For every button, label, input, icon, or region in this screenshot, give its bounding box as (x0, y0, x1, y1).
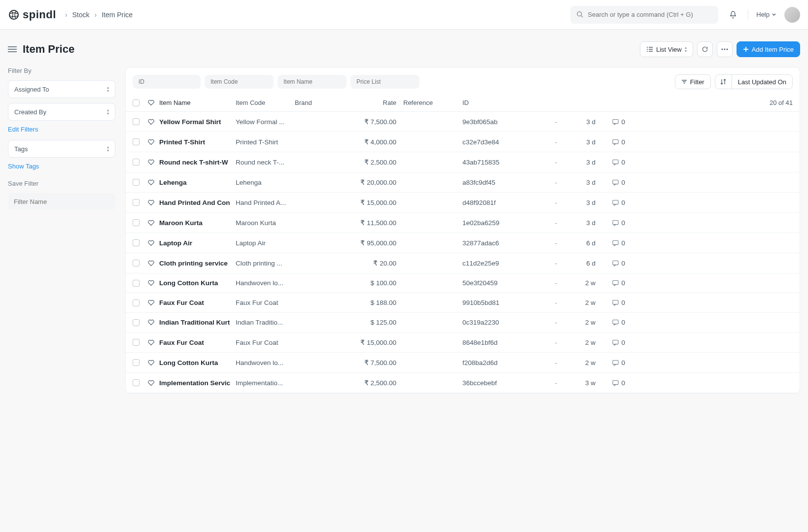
row-comments[interactable]: 0 (596, 118, 625, 126)
filter-item-name-input[interactable] (278, 75, 347, 89)
list-row[interactable]: Cloth printing service Cloth printing ..… (126, 253, 800, 273)
filter-item-code-input[interactable] (205, 75, 274, 89)
like-button[interactable] (147, 239, 159, 247)
list-row[interactable]: Indian Traditional Kurt Indian Traditio.… (126, 313, 800, 332)
row-item-name[interactable]: Round neck T-shirt-W (159, 159, 236, 166)
search-box[interactable] (570, 6, 718, 24)
tags-select[interactable]: Tags ▴▾ (8, 140, 115, 158)
row-comments[interactable]: 0 (596, 219, 625, 227)
like-button[interactable] (147, 199, 159, 206)
select-all-checkbox[interactable] (133, 100, 140, 106)
row-checkbox[interactable] (133, 138, 140, 145)
row-checkbox[interactable] (133, 339, 140, 346)
sort-field-button[interactable]: Last Updated On (732, 78, 792, 86)
row-checkbox[interactable] (133, 159, 140, 166)
like-column-header[interactable] (147, 99, 159, 106)
row-comments[interactable]: 0 (596, 179, 625, 186)
refresh-button[interactable] (697, 41, 713, 57)
row-comments[interactable]: 0 (596, 319, 625, 326)
filter-price-list-input[interactable] (351, 75, 420, 89)
view-switcher[interactable]: List View ▴▾ (640, 41, 693, 57)
like-button[interactable] (147, 138, 159, 146)
like-button[interactable] (147, 219, 159, 227)
row-item-name[interactable]: Lehenga (159, 179, 236, 186)
row-item-name[interactable]: Implementation Servic (159, 379, 236, 387)
breadcrumb-parent[interactable]: Stock (72, 11, 89, 19)
filter-name-input[interactable] (8, 193, 115, 210)
row-item-name[interactable]: Printed T-Shirt (159, 138, 236, 146)
like-button[interactable] (147, 279, 159, 287)
list-row[interactable]: Maroon Kurta Maroon Kurta ₹ 11,500.00 1e… (126, 213, 800, 233)
list-row[interactable]: Implementation Servic Implementatio... ₹… (126, 373, 800, 393)
row-comments[interactable]: 0 (596, 279, 625, 287)
row-comments[interactable]: 0 (596, 260, 625, 267)
list-row[interactable]: Lehenga Lehenga ₹ 20,000.00 a83fc9df45 -… (126, 172, 800, 193)
row-item-name[interactable]: Faux Fur Coat (159, 299, 236, 306)
list-row[interactable]: Printed T-Shirt Printed T-Shirt ₹ 4,000.… (126, 132, 800, 152)
like-button[interactable] (147, 118, 159, 126)
logo[interactable]: spindl (8, 8, 56, 21)
row-comments[interactable]: 0 (596, 299, 625, 306)
row-comments[interactable]: 0 (596, 138, 625, 146)
row-checkbox[interactable] (133, 299, 140, 306)
row-checkbox[interactable] (133, 179, 140, 186)
row-item-name[interactable]: Long Cotton Kurta (159, 359, 236, 366)
list-row[interactable]: Yellow Formal Shirt Yellow Formal ... ₹ … (126, 112, 800, 132)
list-row[interactable]: Hand Printed And Con Hand Printed A... ₹… (126, 193, 800, 213)
row-item-name[interactable]: Long Cotton Kurta (159, 279, 236, 287)
row-comments[interactable]: 0 (596, 359, 625, 366)
col-reference[interactable]: Reference (403, 99, 462, 106)
col-item-name[interactable]: Item Name (159, 99, 236, 106)
row-item-name[interactable]: Cloth printing service (159, 260, 236, 267)
row-comments[interactable]: 0 (596, 239, 625, 247)
col-rate[interactable]: Rate (344, 99, 403, 106)
row-item-name[interactable]: Faux Fur Coat (159, 339, 236, 346)
row-checkbox[interactable] (133, 118, 140, 125)
row-item-name[interactable]: Yellow Formal Shirt (159, 118, 236, 126)
list-row[interactable]: Faux Fur Coat Faux Fur Coat ₹ 15,000.00 … (126, 332, 800, 353)
row-item-name[interactable]: Maroon Kurta (159, 219, 236, 227)
row-checkbox[interactable] (133, 379, 140, 386)
list-row[interactable]: Round neck T-shirt-W Round neck T-... ₹ … (126, 152, 800, 172)
col-brand[interactable]: Brand (295, 99, 344, 106)
edit-filters-link[interactable]: Edit Filters (8, 126, 115, 133)
row-checkbox[interactable] (133, 280, 140, 287)
like-button[interactable] (147, 260, 159, 267)
sidebar-toggle[interactable] (8, 46, 17, 53)
sort-direction-button[interactable] (715, 75, 732, 89)
row-item-name[interactable]: Indian Traditional Kurt (159, 319, 236, 326)
row-comments[interactable]: 0 (596, 159, 625, 166)
filter-button[interactable]: Filter (675, 74, 711, 89)
row-count[interactable]: 20 of 41 (770, 99, 793, 106)
row-checkbox[interactable] (133, 319, 140, 326)
row-checkbox[interactable] (133, 359, 140, 366)
list-row[interactable]: Long Cotton Kurta Handwoven lo... $ 100.… (126, 273, 800, 293)
assigned-to-select[interactable]: Assigned To ▴▾ (8, 80, 115, 98)
list-row[interactable]: Long Cotton Kurta Handwoven lo... ₹ 7,50… (126, 353, 800, 373)
like-button[interactable] (147, 299, 159, 306)
menu-button[interactable] (717, 41, 733, 57)
row-checkbox[interactable] (133, 219, 140, 226)
add-item-price-button[interactable]: Add Item Price (737, 41, 800, 57)
search-input[interactable] (588, 11, 712, 18)
created-by-select[interactable]: Created By ▴▾ (8, 103, 115, 121)
list-row[interactable]: Faux Fur Coat Faux Fur Coat $ 188.00 991… (126, 293, 800, 313)
row-comments[interactable]: 0 (596, 199, 625, 206)
notifications-button[interactable] (726, 8, 740, 22)
row-item-name[interactable]: Laptop Air (159, 239, 236, 247)
avatar[interactable] (784, 7, 800, 23)
row-comments[interactable]: 0 (596, 379, 625, 387)
like-button[interactable] (147, 339, 159, 346)
row-checkbox[interactable] (133, 239, 140, 246)
filter-id-input[interactable] (133, 75, 201, 89)
row-checkbox[interactable] (133, 199, 140, 206)
like-button[interactable] (147, 319, 159, 326)
like-button[interactable] (147, 359, 159, 366)
list-row[interactable]: Laptop Air Laptop Air ₹ 95,000.00 32877a… (126, 233, 800, 253)
col-id[interactable]: ID (462, 99, 541, 106)
like-button[interactable] (147, 159, 159, 166)
row-checkbox[interactable] (133, 260, 140, 266)
help-menu[interactable]: Help (756, 11, 776, 18)
like-button[interactable] (147, 379, 159, 387)
like-button[interactable] (147, 179, 159, 186)
